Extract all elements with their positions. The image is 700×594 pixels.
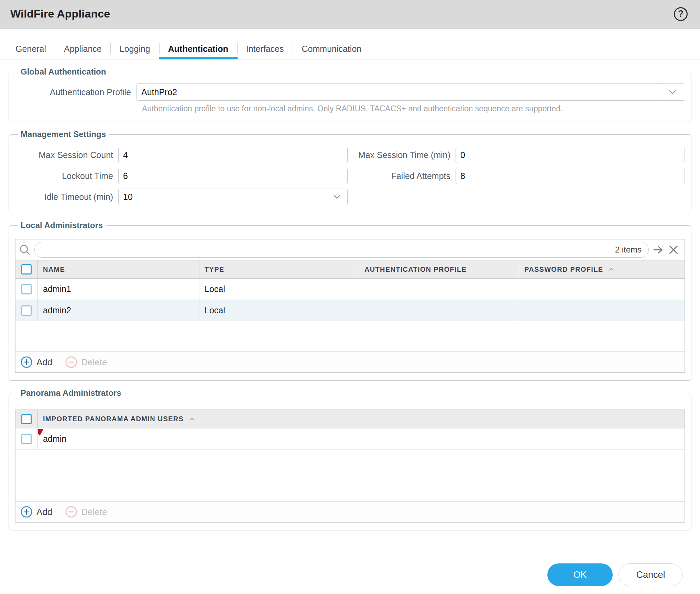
tab-logging[interactable]: Logging — [111, 39, 159, 59]
sort-asc-icon — [607, 265, 615, 273]
panorama-admins-table: IMPORTED PANORAMA ADMIN USERS admin — [15, 410, 685, 523]
cell-imported-admin-user: admin — [37, 428, 685, 449]
local-admins-header-row: NAME TYPE AUTHENTICATION PROFILE PASSWOR… — [15, 260, 685, 279]
delete-button[interactable]: Delete — [65, 356, 107, 369]
dialog-title: WildFire Appliance — [10, 8, 110, 20]
tab-bar: General Appliance Logging Authentication… — [0, 39, 700, 59]
table-row[interactable]: admin2 Local — [15, 300, 685, 321]
table-row[interactable]: admin — [15, 428, 685, 450]
tab-general[interactable]: General — [15, 39, 55, 59]
max-session-time-value: 0 — [460, 150, 465, 160]
max-session-count-label: Max Session Count — [15, 150, 118, 160]
local-admins-table: 2 items NAME TYPE AUTHENTICATION PROFILE — [15, 239, 685, 373]
global-authentication-section: Global Authentication Authentication Pro… — [9, 67, 691, 122]
cancel-button[interactable]: Cancel — [619, 563, 683, 586]
chevron-down-icon — [332, 192, 342, 202]
panorama-admins-header-row: IMPORTED PANORAMA ADMIN USERS — [15, 410, 685, 428]
search-icon[interactable] — [18, 243, 31, 256]
max-session-time-label: Max Session Time (min) — [352, 150, 456, 160]
tab-communication[interactable]: Communication — [293, 39, 370, 59]
sort-asc-icon — [188, 415, 196, 423]
clear-filter-icon[interactable] — [667, 244, 680, 256]
delete-button[interactable]: Delete — [65, 505, 107, 518]
cell-password-profile — [519, 279, 685, 300]
idle-timeout-value: 10 — [123, 192, 133, 202]
column-header-type[interactable]: TYPE — [199, 260, 359, 278]
failed-attempts-field[interactable]: 8 — [456, 168, 685, 184]
search-input[interactable]: 2 items — [34, 242, 649, 258]
max-session-count-field[interactable]: 4 — [118, 147, 348, 163]
cell-name: admin1 — [37, 279, 199, 300]
column-header-name[interactable]: NAME — [37, 260, 199, 278]
authentication-profile-select[interactable]: AuthPro2 — [136, 83, 685, 101]
add-icon — [20, 356, 33, 369]
cell-authentication-profile — [359, 279, 519, 300]
row-checkbox[interactable] — [21, 284, 32, 294]
empty-table-area — [15, 450, 685, 501]
cell-type: Local — [199, 300, 359, 321]
cell-password-profile — [519, 300, 685, 321]
column-header-password-profile[interactable]: PASSWORD PROFILE — [519, 260, 685, 278]
failed-attempts-label: Failed Attempts — [352, 171, 456, 181]
add-icon — [20, 505, 33, 518]
column-header-authentication-profile[interactable]: AUTHENTICATION PROFILE — [359, 260, 519, 278]
select-all-checkbox[interactable] — [21, 414, 32, 424]
titlebar: WildFire Appliance ? — [0, 0, 700, 29]
empty-table-area — [15, 321, 685, 351]
help-icon[interactable]: ? — [674, 7, 688, 21]
section-title-global-authentication: Global Authentication — [18, 67, 109, 77]
panorama-administrators-section: Panorama Administrators IMPORTED PANORAM… — [9, 388, 691, 530]
tab-authentication[interactable]: Authentication — [160, 39, 237, 59]
cell-type: Local — [199, 279, 359, 300]
local-admins-toolbar: Add Delete — [15, 351, 685, 372]
column-header-imported-panorama-admin-users[interactable]: IMPORTED PANORAMA ADMIN USERS — [37, 410, 685, 428]
add-button[interactable]: Add — [20, 505, 52, 518]
row-checkbox[interactable] — [21, 305, 32, 316]
apply-filter-arrow-icon[interactable] — [652, 244, 664, 256]
chevron-down-icon[interactable] — [660, 83, 685, 101]
select-all-checkbox[interactable] — [21, 264, 32, 274]
delete-icon — [65, 505, 78, 518]
tab-appliance[interactable]: Appliance — [55, 39, 110, 59]
failed-attempts-value: 8 — [460, 171, 465, 181]
dialog-footer: OK Cancel — [9, 530, 691, 586]
items-count-badge: 2 items — [615, 245, 642, 255]
delete-icon — [65, 356, 78, 369]
tab-interfaces[interactable]: Interfaces — [238, 39, 293, 59]
add-button[interactable]: Add — [20, 356, 52, 369]
authentication-profile-label: Authentication Profile — [15, 87, 136, 97]
cell-name: admin2 — [37, 300, 199, 321]
management-settings-section: Management Settings Max Session Count 4 … — [9, 130, 691, 213]
max-session-count-value: 4 — [123, 150, 128, 160]
authentication-profile-helper: Authentication profile to use for non-lo… — [142, 104, 685, 113]
ok-button[interactable]: OK — [547, 563, 613, 586]
lockout-time-field[interactable]: 6 — [118, 168, 348, 184]
authentication-profile-value: AuthPro2 — [136, 87, 660, 97]
panorama-admins-toolbar: Add Delete — [15, 501, 685, 522]
cell-authentication-profile — [359, 300, 519, 321]
section-title-local-administrators: Local Administrators — [18, 221, 106, 230]
lockout-time-value: 6 — [123, 171, 128, 181]
idle-timeout-select[interactable]: 10 — [118, 189, 348, 205]
local-administrators-section: Local Administrators 2 items — [9, 221, 691, 381]
section-title-management-settings: Management Settings — [18, 130, 109, 139]
wildfire-appliance-dialog: WildFire Appliance ? General Appliance L… — [0, 0, 700, 586]
lockout-time-label: Lockout Time — [15, 171, 118, 181]
table-row[interactable]: admin1 Local — [15, 279, 685, 300]
section-title-panorama-administrators: Panorama Administrators — [18, 388, 124, 398]
row-checkbox[interactable] — [21, 434, 32, 444]
idle-timeout-label: Idle Timeout (min) — [15, 192, 118, 202]
max-session-time-field[interactable]: 0 — [456, 147, 685, 163]
